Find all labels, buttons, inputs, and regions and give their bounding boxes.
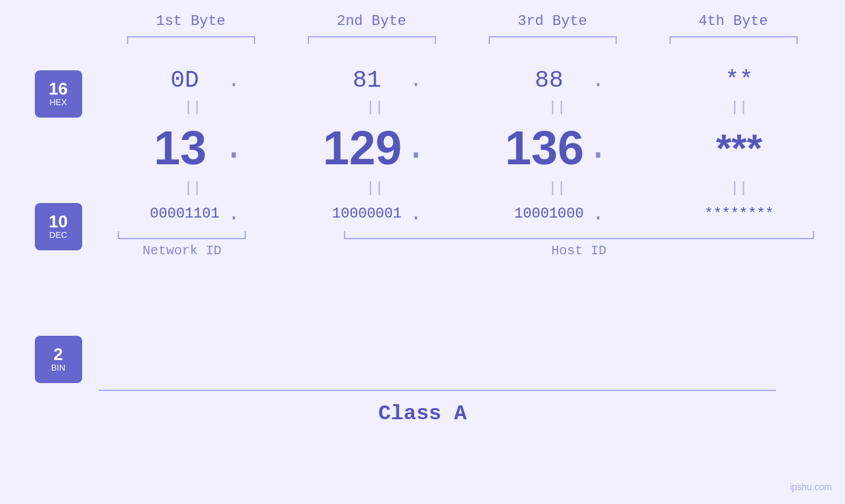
hex-cell-2: 81 . <box>302 67 447 94</box>
hex-badge-num: 16 <box>49 80 68 97</box>
dot-dec-2: . <box>405 127 427 169</box>
class-label-row: Class A <box>0 401 845 426</box>
bracket-byte4 <box>669 36 798 44</box>
main-container: 1st Byte 2nd Byte 3rd Byte 4th Byte 16 H… <box>0 0 845 504</box>
equals-row-1: || || || || <box>102 99 831 116</box>
bin-cell-4: ******** <box>667 206 811 222</box>
bracket-spacer-1 <box>278 231 311 239</box>
bin-val-1: 00001101 <box>145 206 224 222</box>
hex-val-3: 88 <box>510 67 589 94</box>
dot-bin-1: . <box>228 202 240 226</box>
dec-badge: 10 DEC <box>35 203 82 250</box>
dec-cell-4: *** <box>667 126 811 171</box>
eq2-3: || <box>485 180 629 196</box>
bottom-brackets-row <box>102 231 831 239</box>
host-id-label: Host ID <box>344 243 814 258</box>
eq1-2: || <box>302 99 447 116</box>
dot-bin-3: . <box>592 202 604 226</box>
dec-badge-label: DEC <box>49 230 67 241</box>
dec-val-1: 13 <box>141 121 220 175</box>
hex-cell-1: 0D . <box>120 67 265 94</box>
eq2-2: || <box>302 180 447 196</box>
hex-badge-label: HEX <box>49 97 67 108</box>
bracket-byte2 <box>308 36 436 44</box>
dec-val-4: *** <box>700 126 779 171</box>
eq2-1: || <box>120 180 265 196</box>
bin-cell-2: 10000001 . <box>302 202 447 226</box>
class-label: Class A <box>378 401 466 426</box>
bin-val-3: 10001000 <box>510 206 589 222</box>
equals-row-2: || || || || <box>102 180 831 196</box>
bin-val-2: 10000001 <box>327 206 406 222</box>
bottom-separator-line <box>99 390 776 391</box>
eq1-3: || <box>485 99 629 116</box>
bin-cell-1: 00001101 . <box>120 202 265 226</box>
bin-cell-3: 10001000 . <box>485 202 629 226</box>
hex-val-2: 81 <box>327 67 406 94</box>
hex-val-1: 0D <box>145 67 224 94</box>
bin-badge: 2 BIN <box>35 336 82 383</box>
dec-cell-2: 129 . <box>302 121 447 175</box>
badges-column: 16 HEX 10 DEC 2 BIN <box>35 70 82 383</box>
bin-val-4: ******** <box>700 206 779 222</box>
bin-badge-label: BIN <box>51 363 66 373</box>
dec-values-row: 13 . 129 . 136 . *** <box>102 121 831 175</box>
dot-hex-3: . <box>592 68 604 93</box>
segment-labels-row: Network ID Host ID <box>102 243 831 258</box>
byte1-header: 1st Byte <box>118 13 263 30</box>
byte4-header: 4th Byte <box>661 13 806 30</box>
hex-val-4: ** <box>700 67 779 94</box>
byte2-header: 2nd Byte <box>299 13 444 30</box>
eq1-4: || <box>667 99 811 116</box>
dot-hex-2: . <box>410 68 422 93</box>
dec-val-3: 136 <box>505 121 584 175</box>
dec-cell-3: 136 . <box>485 121 629 175</box>
network-id-label: Network ID <box>118 243 246 258</box>
host-bracket <box>344 231 814 239</box>
dec-cell-1: 13 . <box>120 121 265 175</box>
top-brackets <box>101 36 824 44</box>
byte3-header: 3rd Byte <box>480 13 625 30</box>
network-bracket <box>118 231 246 239</box>
hex-values-row: 0D . 81 . 88 . ** <box>102 67 831 94</box>
bin-values-row: 00001101 . 10000001 . 10001000 . *******… <box>102 202 831 226</box>
bracket-byte3 <box>489 36 617 44</box>
byte-headers-row: 1st Byte 2nd Byte 3rd Byte 4th Byte <box>101 13 824 30</box>
eq1-1: || <box>120 99 265 116</box>
hex-badge: 16 HEX <box>35 70 82 118</box>
eq2-4: || <box>667 180 811 196</box>
hex-cell-4: ** <box>667 67 811 94</box>
bin-badge-num: 2 <box>53 346 62 363</box>
watermark: ipshu.com <box>790 482 832 492</box>
hex-cell-3: 88 . <box>485 67 629 94</box>
dot-dec-1: . <box>223 127 245 169</box>
dot-dec-3: . <box>587 127 609 169</box>
bracket-byte1 <box>127 36 255 44</box>
dot-bin-2: . <box>410 202 422 226</box>
dec-badge-num: 10 <box>49 213 68 230</box>
dot-hex-1: . <box>228 68 240 93</box>
dec-val-2: 129 <box>323 121 402 175</box>
